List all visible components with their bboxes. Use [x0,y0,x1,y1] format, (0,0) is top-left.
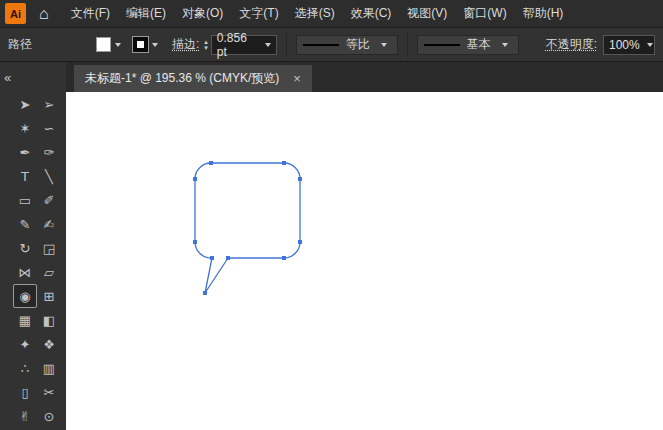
chevron-down-icon[interactable] [152,43,158,47]
collapse-panel-button[interactable]: « [0,70,11,85]
menu-window[interactable]: 窗口(W) [455,0,514,27]
menu-help[interactable]: 帮助(H) [515,0,572,27]
menu-edit[interactable]: 编辑(E) [118,0,174,27]
menu-type[interactable]: 文字(T) [231,0,286,27]
paintbrush-tool-icon: ✐ [44,193,55,208]
magic-wand-tool-icon: ✶ [20,121,31,136]
slice-tool[interactable]: ✂ [37,380,61,404]
anchor-point[interactable] [282,256,286,260]
symbol-sprayer-tool-icon: ∴ [21,361,29,376]
type-tool-icon: T [21,169,29,184]
rectangle-tool[interactable]: ▭ [13,188,37,212]
menu-select[interactable]: 选择(S) [287,0,343,27]
anchor-point[interactable] [193,240,197,244]
anchor-point[interactable] [193,177,197,181]
opacity-label[interactable]: 不透明度: [546,36,597,53]
curvature-tool-icon: ✑ [44,145,55,160]
perspective-grid-tool-icon: ⊞ [44,289,55,304]
width-profile-value: 等比 [346,36,377,53]
rotate-tool[interactable]: ↻ [13,236,37,260]
artboard-tool[interactable]: ▯ [13,380,37,404]
anchor-point[interactable] [203,291,207,295]
hand-tool-icon: ✌ [20,409,31,424]
menu-view[interactable]: 视图(V) [399,0,455,27]
document-tab[interactable]: 未标题-1* @ 195.36 % (CMYK/预览) × [74,65,312,92]
canvas[interactable] [66,92,663,430]
anchor-point[interactable] [298,177,302,181]
magic-wand-tool[interactable]: ✶ [13,116,37,140]
gradient-tool[interactable]: ◧ [37,308,61,332]
tools-panel: « ➤ ➢ ✶ ∽ ✒ ✑ T ╲ ▭ ✐ ✎ ✍ ↻ ◲ ⋈ ▱ ◉ ⊞ [0,62,66,430]
stroke-weight-field[interactable]: 0.856 pt [211,35,277,55]
brush-definition-dropdown[interactable]: 基本 [417,35,519,55]
shape-builder-tool[interactable]: ◉ [13,284,37,308]
selection-tool[interactable]: ➤ [13,92,37,116]
shaper-tool-icon: ✍ [44,217,55,232]
menu-object[interactable]: 对象(O) [174,0,231,27]
close-tab-icon[interactable]: × [293,72,301,85]
menu-effect[interactable]: 效果(C) [343,0,400,27]
free-transform-tool[interactable]: ▱ [37,260,61,284]
width-tool-icon: ⋈ [19,265,32,280]
blend-tool[interactable]: ❖ [37,332,61,356]
hand-tool[interactable]: ✌ [13,404,37,428]
paintbrush-tool[interactable]: ✐ [37,188,61,212]
menu-list: 文件(F) 编辑(E) 对象(O) 文字(T) 选择(S) 效果(C) 视图(V… [63,0,572,27]
symbol-sprayer-tool[interactable]: ∴ [13,356,37,380]
anchor-point[interactable] [209,161,213,165]
eyedropper-tool[interactable]: ✦ [13,332,37,356]
eyedropper-tool-icon: ✦ [20,337,31,352]
divider [286,33,287,57]
speech-bubble-path[interactable] [195,163,300,293]
line-segment-tool[interactable]: ╲ [37,164,61,188]
stepper-down-icon: ▾ [204,45,208,51]
width-tool[interactable]: ⋈ [13,260,37,284]
selection-type-label: 路径 [8,36,32,53]
workspace: « ➤ ➢ ✶ ∽ ✒ ✑ T ╲ ▭ ✐ ✎ ✍ ↻ ◲ ⋈ ▱ ◉ ⊞ [0,62,663,430]
anchor-point[interactable] [210,256,214,260]
column-graph-tool-icon: ▥ [43,361,55,376]
stroke-weight-value: 0.856 pt [217,31,258,59]
divider [407,33,408,57]
stroke-weight-stepper[interactable]: ▴ ▾ [204,39,208,51]
opacity-field[interactable]: 100% [603,35,655,55]
type-tool[interactable]: T [13,164,37,188]
shaper-tool[interactable]: ✍ [37,212,61,236]
scale-tool[interactable]: ◲ [37,236,61,260]
anchor-point[interactable] [282,161,286,165]
document-tabbar: 未标题-1* @ 195.36 % (CMYK/预览) × [66,62,663,92]
chevron-down-icon[interactable] [115,43,121,47]
chevron-down-icon [265,43,271,47]
line-segment-tool-icon: ╲ [45,169,53,184]
mesh-tool[interactable]: ▦ [13,308,37,332]
rotate-tool-icon: ↻ [20,241,31,256]
menubar: Ai ⌂ 文件(F) 编辑(E) 对象(O) 文字(T) 选择(S) 效果(C)… [0,0,663,28]
width-profile-dropdown[interactable]: 等比 [296,35,398,55]
opacity-group: 不透明度: 100% [546,35,655,55]
free-transform-tool-icon: ▱ [44,265,54,280]
zoom-tool[interactable]: ⊙ [37,404,61,428]
direct-selection-tool-icon: ➢ [44,97,55,112]
lasso-tool[interactable]: ∽ [37,116,61,140]
stroke-color-swatch[interactable] [133,37,148,52]
column-graph-tool[interactable]: ▥ [37,356,61,380]
curvature-tool[interactable]: ✑ [37,140,61,164]
home-icon[interactable]: ⌂ [39,0,49,28]
anchor-point[interactable] [298,240,302,244]
tools-panel-header: « [0,62,66,92]
pencil-tool-icon: ✎ [20,217,31,232]
anchor-point[interactable] [226,256,230,260]
chevron-down-icon [647,43,653,47]
menu-file[interactable]: 文件(F) [63,0,118,27]
stroke-weight-label[interactable]: 描边: [172,36,199,53]
blend-tool-icon: ❖ [43,337,55,352]
chevron-down-icon [502,43,508,47]
fill-color-swatch[interactable] [96,37,111,52]
artboard-tool-icon: ▯ [21,385,28,400]
pencil-tool[interactable]: ✎ [13,212,37,236]
direct-selection-tool[interactable]: ➢ [37,92,61,116]
perspective-grid-tool[interactable]: ⊞ [37,284,61,308]
brush-preview-icon [424,44,460,46]
anchor-points [193,161,302,295]
pen-tool[interactable]: ✒ [13,140,37,164]
